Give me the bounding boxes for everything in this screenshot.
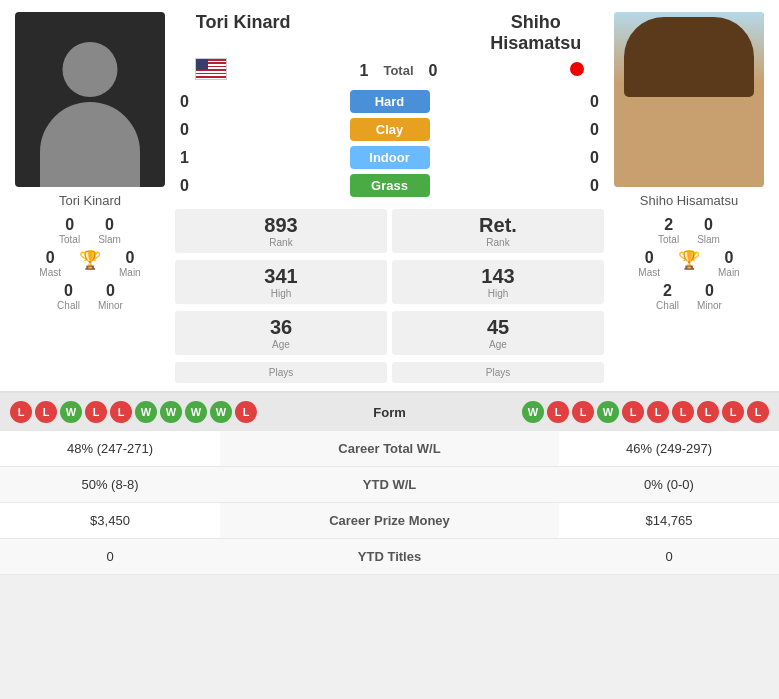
right-high-val: 143 bbox=[400, 265, 596, 288]
right-minor: 0 Minor bbox=[697, 282, 722, 311]
japan-flag-dot bbox=[570, 62, 584, 76]
right-rank-box: Ret. Rank bbox=[392, 209, 604, 253]
left-player-name: Tori Kinard bbox=[59, 193, 121, 208]
right-age-lbl: Age bbox=[400, 339, 596, 350]
surface-row-indoor: 1 Indoor 0 bbox=[175, 145, 604, 170]
right-stats-row1: 2 Total 0 Slam bbox=[609, 216, 769, 245]
left-player-photo bbox=[15, 12, 165, 187]
surface-row-hard: 0 Hard 0 bbox=[175, 89, 604, 114]
left-main: 0 Main bbox=[119, 249, 141, 278]
right-trophy-icon: 🏆 bbox=[678, 249, 700, 278]
hard-right: 0 bbox=[590, 93, 599, 111]
grass-badge: Grass bbox=[350, 174, 430, 197]
indoor-left: 1 bbox=[180, 149, 189, 167]
left-slam: 0 Slam bbox=[98, 216, 121, 245]
right-mast: 0 Mast bbox=[638, 249, 660, 278]
stats-left-1: 50% (8-8) bbox=[0, 467, 220, 503]
right-high-box: 143 High bbox=[392, 260, 604, 304]
left-card-stats: 0 Total 0 Slam 0 Mast 🏆 bbox=[10, 216, 170, 315]
left-stats-row2: 0 Mast 🏆 0 Main bbox=[10, 249, 170, 278]
left-high-box-row: 341 High bbox=[175, 260, 387, 304]
total-left: 1 bbox=[360, 62, 369, 80]
main-container: Tori Kinard 0 Total 0 Slam 0 Mast bbox=[0, 0, 779, 575]
right-rank-val: Ret. bbox=[400, 214, 596, 237]
right-age-val: 45 bbox=[400, 316, 596, 339]
form-left: L L W L L W W W W L bbox=[10, 401, 345, 423]
indoor-right: 0 bbox=[590, 149, 599, 167]
surface-rows: 0 Hard 0 0 Clay 0 1 Indoor 0 0 Grass bbox=[175, 89, 604, 198]
stats-label-1: YTD W/L bbox=[220, 467, 559, 503]
stats-left-0: 48% (247-271) bbox=[0, 431, 220, 467]
left-age-val: 36 bbox=[183, 316, 379, 339]
stats-left-2: $3,450 bbox=[0, 503, 220, 539]
right-plays-box: Plays bbox=[392, 362, 604, 383]
form-right-0: W bbox=[522, 401, 544, 423]
left-flag bbox=[195, 58, 227, 83]
left-name-header: Tori Kinard bbox=[175, 12, 311, 33]
right-slam: 0 Slam bbox=[697, 216, 720, 245]
form-right-5: L bbox=[647, 401, 669, 423]
left-rank-val: 893 bbox=[183, 214, 379, 237]
form-right-9: L bbox=[747, 401, 769, 423]
grass-right: 0 bbox=[590, 177, 599, 195]
grass-left: 0 bbox=[180, 177, 189, 195]
left-trophy-icon: 🏆 bbox=[79, 249, 101, 278]
form-right-3: W bbox=[597, 401, 619, 423]
form-left-0: L bbox=[10, 401, 32, 423]
right-middle-stats: Ret. Rank 143 High 45 Age bbox=[392, 206, 604, 383]
form-right-4: L bbox=[622, 401, 644, 423]
form-left-5: W bbox=[135, 401, 157, 423]
left-minor: 0 Minor bbox=[98, 282, 123, 311]
right-player-face bbox=[614, 12, 764, 187]
left-player-card: Tori Kinard 0 Total 0 Slam 0 Mast bbox=[10, 12, 170, 383]
left-age-row: 36 Age bbox=[175, 311, 387, 355]
right-main: 0 Main bbox=[718, 249, 740, 278]
hard-badge: Hard bbox=[350, 90, 430, 113]
form-right-8: L bbox=[722, 401, 744, 423]
right-player-name: Shiho Hisamatsu bbox=[640, 193, 738, 208]
left-rank-lbl: Rank bbox=[183, 237, 379, 248]
stats-right-1: 0% (0-0) bbox=[559, 467, 779, 503]
form-right-1: L bbox=[547, 401, 569, 423]
left-chall: 0 Chall bbox=[57, 282, 80, 311]
form-left-4: L bbox=[110, 401, 132, 423]
top-section: Tori Kinard 0 Total 0 Slam 0 Mast bbox=[0, 0, 779, 393]
left-mast: 0 Mast bbox=[39, 249, 61, 278]
right-age-box: 45 Age bbox=[392, 311, 604, 355]
form-left-6: W bbox=[160, 401, 182, 423]
form-section: L L W L L W W W W L Form W L L W L L L L… bbox=[0, 393, 779, 431]
left-middle-stats: 893 Rank 341 High 36 Age bbox=[175, 206, 387, 383]
total-right: 0 bbox=[429, 62, 438, 80]
total-label: Total bbox=[383, 63, 413, 78]
left-high-val: 341 bbox=[183, 265, 379, 288]
right-player-card: Shiho Hisamatsu 2 Total 0 Slam 0 Mast bbox=[609, 12, 769, 383]
right-age-row: 45 Age bbox=[392, 311, 604, 355]
clay-right: 0 bbox=[590, 121, 599, 139]
stats-row-3: 0 YTD Titles 0 bbox=[0, 539, 779, 575]
form-left-1: L bbox=[35, 401, 57, 423]
left-age-lbl: Age bbox=[183, 339, 379, 350]
left-plays-row: Plays bbox=[175, 362, 387, 383]
right-chall: 2 Chall bbox=[656, 282, 679, 311]
left-rank-high: 893 Rank bbox=[175, 209, 387, 253]
right-total: 2 Total bbox=[658, 216, 679, 245]
indoor-badge: Indoor bbox=[350, 146, 430, 169]
clay-left: 0 bbox=[180, 121, 189, 139]
rank-high-age-section: 893 Rank 341 High 36 Age bbox=[175, 206, 604, 383]
right-flag bbox=[570, 62, 584, 79]
form-label: Form bbox=[350, 405, 430, 420]
total-row: 1 Total 0 bbox=[360, 62, 438, 80]
form-left-7: W bbox=[185, 401, 207, 423]
right-player-photo bbox=[614, 12, 764, 187]
form-right: W L L W L L L L L L bbox=[435, 401, 770, 423]
right-high-box-row: 143 High bbox=[392, 260, 604, 304]
right-stats-row2: 0 Mast 🏆 0 Main bbox=[609, 249, 769, 278]
surface-row-clay: 0 Clay 0 bbox=[175, 117, 604, 142]
left-high-lbl: High bbox=[183, 288, 379, 299]
stats-table: 48% (247-271) Career Total W/L 46% (249-… bbox=[0, 431, 779, 575]
player-names-bar: Tori Kinard Shiho Hisamatsu bbox=[175, 12, 604, 54]
right-plays-row: Plays bbox=[392, 362, 604, 383]
form-right-2: L bbox=[572, 401, 594, 423]
left-total: 0 Total bbox=[59, 216, 80, 245]
stats-row-1: 50% (8-8) YTD W/L 0% (0-0) bbox=[0, 467, 779, 503]
